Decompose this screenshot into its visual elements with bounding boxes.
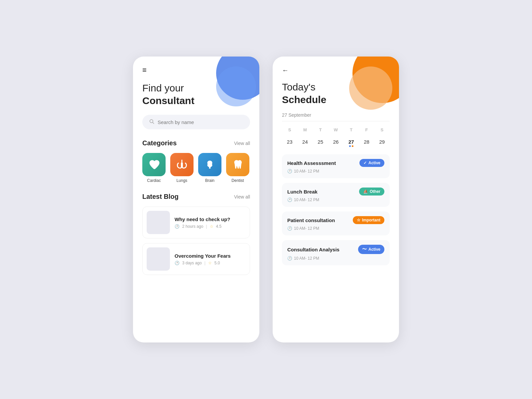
- badge-label-0: Active: [368, 161, 380, 165]
- blog-title-1: Overcoming Your Fears: [175, 253, 246, 259]
- blog-time-0: 2 hours ago: [182, 224, 203, 229]
- blog-time-1: 3 days ago: [182, 261, 202, 265]
- category-dentist[interactable]: Dentist: [226, 153, 249, 183]
- calendar-dates: 23 24 25 26 27 28 29: [282, 137, 390, 149]
- categories-view-all[interactable]: View all: [234, 141, 250, 146]
- badge-3: 〜 Active: [358, 245, 384, 254]
- schedule-item-2[interactable]: Patient consultation ☆ Important 🕐 10 AM…: [282, 211, 390, 235]
- cal-date-5[interactable]: 28: [359, 137, 374, 149]
- svg-line-1: [153, 122, 154, 124]
- badge-label-1: Other: [370, 189, 380, 194]
- schedule-item-top-1: Lunch Break ⛵ Other: [287, 188, 384, 196]
- search-icon: [149, 119, 154, 125]
- time-text-2: 10 AM- 12 PM: [294, 226, 319, 231]
- screen1-card: ≡ Find your Consultant Categories View a…: [133, 57, 259, 342]
- cal-date-1[interactable]: 24: [297, 137, 313, 149]
- lungs-label: Lungs: [177, 178, 188, 183]
- cal-day-5: F: [359, 126, 374, 134]
- cal-day-2: T: [313, 126, 328, 134]
- badge-label-2: Important: [362, 218, 380, 222]
- badge-1: ⛵ Other: [359, 188, 384, 196]
- blog-view-all[interactable]: View all: [234, 194, 250, 200]
- screen2-content: ← Today's Schedule 27 September S M T W …: [273, 57, 399, 275]
- schedule-time-0: 🕐 10 AM- 12 PM: [287, 169, 384, 174]
- category-lungs[interactable]: Lungs: [170, 153, 194, 183]
- blog-info-0: Why need to check up? 🕐 2 hours ago | ☆ …: [175, 216, 246, 229]
- clock-sched-0: 🕐: [287, 169, 292, 174]
- schedule-item-0[interactable]: Health Assesssment ✓ Active 🕐 10 AM- 12 …: [282, 154, 390, 178]
- active-date-dots: [343, 145, 359, 147]
- find-title: Find your Consultant: [142, 82, 250, 107]
- search-input[interactable]: [158, 119, 243, 125]
- blog-rating-0: 4.5: [216, 224, 222, 229]
- badge-0: ✓ Active: [359, 159, 384, 167]
- cal-day-4: T: [343, 126, 359, 134]
- schedule-title-line1: Today's: [282, 81, 390, 93]
- hamburger-menu[interactable]: ≡: [142, 66, 250, 74]
- calendar-day-names: S M T W T F S: [282, 126, 390, 134]
- blog-header: Latest Blog View all: [142, 193, 250, 200]
- blog-title-0: Why need to check up?: [175, 216, 246, 222]
- cal-date-2[interactable]: 25: [313, 137, 328, 149]
- schedule-name-2: Patient consultation: [287, 217, 335, 223]
- dot-blue: [349, 145, 351, 147]
- schedule-item-top-3: Consultation Analysis 〜 Active: [287, 245, 384, 254]
- categories-title: Categories: [142, 139, 177, 147]
- blog-item-1[interactable]: Overcoming Your Fears 🕐 3 days ago | ☆ 5…: [142, 243, 250, 275]
- clock-sched-2: 🕐: [287, 226, 292, 231]
- schedule-time-3: 🕐 10 AM- 12 PM: [287, 256, 384, 261]
- categories-header: Categories View all: [142, 139, 250, 147]
- blog-info-1: Overcoming Your Fears 🕐 3 days ago | ☆ 5…: [175, 253, 246, 265]
- star-icon-0: ☆: [210, 224, 213, 229]
- clock-icon-1: 🕐: [175, 261, 180, 265]
- clock-sched-3: 🕐: [287, 256, 292, 261]
- search-bar[interactable]: [142, 115, 250, 129]
- schedule-time-1: 🕐 10 AM- 12 PM: [287, 198, 384, 202]
- badge-icon-0: ✓: [363, 161, 367, 165]
- find-title-line1: Find your: [142, 82, 250, 94]
- dentist-icon-bg: [226, 153, 249, 176]
- badge-icon-2: ☆: [357, 218, 360, 222]
- blog-list: Why need to check up? 🕐 2 hours ago | ☆ …: [142, 206, 250, 275]
- screen2-card: ← Today's Schedule 27 September S M T W …: [273, 57, 399, 342]
- cardiac-label: Cardiac: [147, 178, 161, 183]
- badge-label-3: Active: [368, 247, 380, 252]
- screen1-content: ≡ Find your Consultant Categories View a…: [133, 57, 259, 285]
- schedule-title-line2: Schedule: [282, 93, 390, 106]
- blog-meta-1: 🕐 3 days ago | ☆ 5.0: [175, 261, 246, 265]
- categories-list: Cardiac Lungs Br: [142, 153, 250, 183]
- clock-icon-0: 🕐: [175, 224, 180, 229]
- blog-meta-0: 🕐 2 hours ago | ☆ 4.5: [175, 224, 246, 229]
- schedule-list: Health Assesssment ✓ Active 🕐 10 AM- 12 …: [282, 154, 390, 265]
- time-text-3: 10 AM- 12 PM: [294, 256, 319, 261]
- category-brain[interactable]: Brain: [198, 153, 221, 183]
- cardiac-icon-bg: [142, 153, 166, 176]
- cal-date-0[interactable]: 23: [282, 137, 297, 149]
- schedule-name-1: Lunch Break: [287, 189, 318, 195]
- brain-icon-bg: [198, 153, 221, 176]
- cal-date-4[interactable]: 27: [343, 137, 359, 149]
- cal-day-6: S: [374, 126, 390, 134]
- calendar-divider: [282, 121, 390, 121]
- schedule-name-0: Health Assesssment: [287, 160, 336, 166]
- schedule-time-2: 🕐 10 AM- 12 PM: [287, 226, 384, 231]
- brain-label: Brain: [205, 178, 214, 183]
- blog-thumb-0: [147, 211, 170, 234]
- schedule-item-3[interactable]: Consultation Analysis 〜 Active 🕐 10 AM- …: [282, 240, 390, 265]
- blog-thumb-1: [147, 247, 170, 271]
- badge-icon-1: ⛵: [363, 189, 368, 194]
- schedule-date: 27 September: [282, 112, 390, 118]
- schedule-title: Today's Schedule: [282, 81, 390, 106]
- category-cardiac[interactable]: Cardiac: [142, 153, 166, 183]
- meta-divider-0: |: [206, 224, 207, 229]
- blog-item-0[interactable]: Why need to check up? 🕐 2 hours ago | ☆ …: [142, 206, 250, 238]
- star-icon-1: ☆: [208, 261, 212, 265]
- lungs-icon-bg: [170, 153, 194, 176]
- find-title-line2: Consultant: [142, 94, 250, 107]
- cal-date-6[interactable]: 29: [374, 137, 390, 149]
- schedule-name-3: Consultation Analysis: [287, 247, 339, 252]
- cal-date-3[interactable]: 26: [328, 137, 343, 149]
- back-button[interactable]: ←: [282, 66, 390, 74]
- badge-icon-3: 〜: [362, 246, 367, 252]
- schedule-item-1[interactable]: Lunch Break ⛵ Other 🕐 10 AM- 12 PM: [282, 183, 390, 207]
